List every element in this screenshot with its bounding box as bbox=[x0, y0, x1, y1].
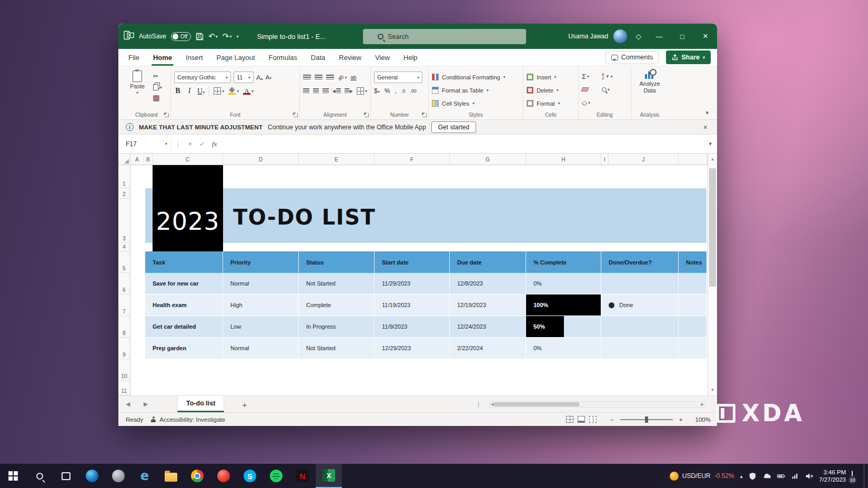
taskbar-file-explorer[interactable] bbox=[158, 464, 184, 488]
font-color-button[interactable]: A▾ bbox=[243, 87, 254, 95]
row-header-1[interactable]: 1 bbox=[118, 165, 130, 188]
tab-view[interactable]: View bbox=[368, 49, 397, 66]
align-center-icon[interactable] bbox=[313, 88, 319, 94]
user-name[interactable]: Usama Jawad bbox=[568, 33, 608, 40]
due-date-cell[interactable]: 12/8/2023 bbox=[450, 273, 526, 294]
new-sheet-button[interactable]: + bbox=[239, 399, 250, 410]
hidden-icons-chevron-icon[interactable]: ▴ bbox=[740, 473, 743, 479]
increase-font-size-button[interactable]: A▴ bbox=[256, 74, 263, 82]
taskbar-edge-browser[interactable] bbox=[79, 464, 105, 488]
priority-cell[interactable]: High bbox=[223, 294, 299, 316]
tab-page-layout[interactable]: Page Layout bbox=[210, 49, 262, 66]
status-cell[interactable]: Complete bbox=[299, 294, 375, 316]
done-cell[interactable] bbox=[601, 316, 679, 337]
taskbar-chrome[interactable] bbox=[184, 464, 210, 488]
align-bottom-icon[interactable] bbox=[326, 75, 334, 80]
start-date-cell[interactable]: 12/29/2023 bbox=[375, 338, 450, 359]
notes-cell[interactable] bbox=[679, 294, 706, 316]
insert-function-icon[interactable]: fx bbox=[208, 140, 220, 148]
formula-input[interactable] bbox=[220, 138, 703, 150]
header-done-overdue[interactable]: Done/Overdue? bbox=[601, 251, 679, 273]
header-complete[interactable]: % Complete bbox=[526, 251, 601, 273]
increase-decimal-button[interactable]: .0 bbox=[401, 88, 406, 94]
taskbar-clock[interactable]: 3:46 PM 7/27/2023 bbox=[819, 469, 846, 483]
format-cells-button[interactable]: Format ▾ bbox=[527, 97, 575, 110]
redo-button[interactable]: ↷▾ bbox=[223, 32, 232, 41]
column-header-i[interactable]: I bbox=[601, 154, 609, 165]
maximize-button[interactable]: □ bbox=[671, 24, 694, 49]
taskbar-spotify[interactable] bbox=[263, 464, 289, 488]
delete-cells-button[interactable]: Delete ▾ bbox=[527, 84, 575, 97]
find-select-button[interactable]: ▾ bbox=[602, 85, 622, 94]
row-header-8[interactable]: 8 bbox=[118, 316, 130, 338]
autosum-button[interactable]: Σ▾ bbox=[582, 70, 602, 82]
name-box[interactable]: F17 ▾ bbox=[123, 138, 171, 150]
row-header-11[interactable]: 11 bbox=[118, 381, 130, 395]
tab-help[interactable]: Help bbox=[397, 49, 425, 66]
priority-cell[interactable]: Normal bbox=[223, 338, 299, 359]
copy-button[interactable]: ▾ bbox=[153, 83, 162, 92]
header-status[interactable]: Status bbox=[299, 251, 375, 273]
bold-button[interactable]: B bbox=[174, 87, 181, 95]
customize-qat-chevron-icon[interactable]: ▾ bbox=[236, 34, 238, 39]
hscroll-right-icon[interactable]: ▶ bbox=[701, 402, 704, 407]
sheet-tab-to-do-list[interactable]: To-do list bbox=[177, 396, 224, 412]
column-header-f[interactable]: F bbox=[375, 154, 450, 165]
expand-formula-bar-chevron-icon[interactable]: ▾ bbox=[703, 140, 717, 147]
select-all-corner[interactable] bbox=[118, 154, 130, 165]
minimize-button[interactable]: — bbox=[648, 24, 671, 49]
zoom-level[interactable]: 100% bbox=[695, 416, 711, 423]
header-priority[interactable]: Priority bbox=[223, 251, 299, 273]
onedrive-icon[interactable] bbox=[762, 472, 771, 480]
task-cell[interactable]: Health exam bbox=[145, 294, 223, 316]
notes-cell[interactable] bbox=[679, 316, 706, 337]
sheet-body[interactable]: 2023 TO-DO LIST Task Priority Status Sta… bbox=[130, 165, 708, 395]
alignment-dialog-launcher-icon[interactable] bbox=[365, 113, 369, 117]
tab-data[interactable]: Data bbox=[304, 49, 332, 66]
header-start-date[interactable]: Start date bbox=[375, 251, 450, 273]
horizontal-scrollbar-thumb[interactable] bbox=[494, 402, 579, 406]
save-icon[interactable] bbox=[196, 33, 204, 40]
clear-button[interactable] bbox=[582, 85, 602, 94]
complete-cell[interactable]: 0% bbox=[526, 273, 601, 294]
scroll-up-icon[interactable]: ▲ bbox=[708, 157, 717, 161]
due-date-cell[interactable]: 12/24/2023 bbox=[450, 316, 526, 337]
cut-button[interactable]: ✂ bbox=[153, 72, 162, 80]
title-banner[interactable] bbox=[145, 188, 706, 243]
zoom-in-button[interactable]: + bbox=[679, 416, 683, 423]
vertical-scrollbar[interactable]: ▲ ▼ bbox=[708, 154, 717, 395]
complete-cell[interactable]: 0% bbox=[526, 338, 601, 359]
sensitivity-button[interactable]: ◇▾ bbox=[582, 97, 602, 109]
rewards-gem-icon[interactable]: ◇ bbox=[635, 32, 641, 40]
battery-icon[interactable] bbox=[777, 472, 785, 480]
start-date-cell[interactable]: 11/29/2023 bbox=[375, 273, 450, 294]
undo-button[interactable]: ↶▾ bbox=[208, 32, 218, 41]
row-header-2[interactable]: 2 bbox=[118, 188, 130, 199]
fill-color-button[interactable]: ▾ bbox=[228, 87, 239, 95]
merge-center-button[interactable]: ▾ bbox=[357, 87, 367, 95]
enter-icon[interactable]: ✓ bbox=[196, 140, 208, 148]
normal-view-button[interactable] bbox=[566, 416, 573, 423]
number-dialog-launcher-icon[interactable] bbox=[422, 113, 427, 117]
formula-bar-drag-icon[interactable]: ⋮ bbox=[171, 140, 185, 148]
sheet-nav-right-icon[interactable]: ▶ bbox=[144, 396, 148, 412]
taskbar-search-button[interactable] bbox=[26, 464, 53, 488]
scroll-down-icon[interactable]: ▼ bbox=[708, 388, 717, 392]
start-date-cell[interactable]: 11/19/2023 bbox=[375, 294, 450, 316]
done-cell[interactable] bbox=[601, 273, 679, 294]
clipboard-dialog-launcher-icon[interactable] bbox=[165, 113, 169, 117]
analyze-data-button[interactable]: Analyze Data bbox=[631, 69, 668, 110]
column-header-e[interactable]: E bbox=[299, 154, 375, 165]
align-middle-icon[interactable] bbox=[315, 75, 322, 80]
decrease-font-size-button[interactable]: A▾ bbox=[266, 74, 271, 80]
start-button[interactable] bbox=[0, 464, 26, 488]
volume-muted-icon[interactable] bbox=[805, 472, 813, 480]
tab-review[interactable]: Review bbox=[332, 49, 368, 66]
action-center-button[interactable]: 10 bbox=[852, 471, 853, 481]
zoom-slider[interactable] bbox=[620, 419, 673, 420]
column-header-d[interactable]: D bbox=[223, 154, 299, 165]
priority-cell[interactable]: Normal bbox=[223, 273, 299, 294]
row-header-10[interactable]: 10 bbox=[118, 359, 130, 381]
row-header-6[interactable]: 6 bbox=[118, 273, 130, 294]
align-left-icon[interactable] bbox=[303, 88, 309, 94]
